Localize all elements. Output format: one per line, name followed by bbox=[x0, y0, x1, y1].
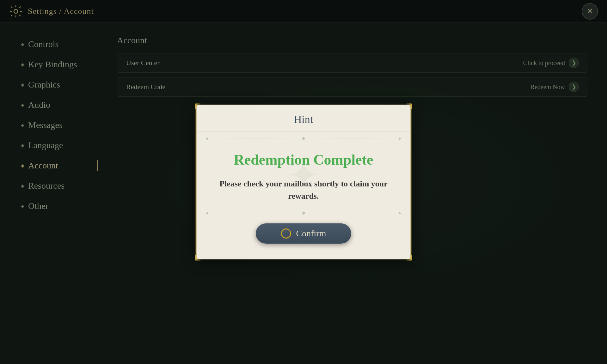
bottom-deco-line: ◂ ◆ ▸ bbox=[196, 205, 411, 220]
corner-br bbox=[401, 249, 412, 261]
redemption-title: Redemption Complete bbox=[215, 151, 392, 168]
confirm-circle-icon bbox=[281, 228, 291, 239]
deco-line-inner-4 bbox=[308, 213, 397, 213]
dialog-title: Hint bbox=[294, 113, 313, 125]
svg-point-7 bbox=[410, 258, 412, 260]
confirm-label: Confirm bbox=[296, 228, 326, 239]
confirm-button[interactable]: Confirm bbox=[256, 223, 352, 244]
modal-overlay: Hint ◂ ◆ ▸ ✦ Redemption Complete Please … bbox=[0, 0, 607, 364]
dialog-header: Hint bbox=[196, 105, 411, 131]
redemption-description: Please check your mailbox shortly to cla… bbox=[215, 178, 392, 202]
deco-diamond-icon-2: ◆ bbox=[302, 210, 305, 215]
dialog-body: ✦ Redemption Complete Please check your … bbox=[196, 145, 411, 205]
left-arrow-icon: ◂ bbox=[205, 135, 208, 141]
deco-line-inner-2 bbox=[308, 138, 397, 138]
hint-dialog: Hint ◂ ◆ ▸ ✦ Redemption Complete Please … bbox=[196, 105, 411, 259]
right-arrow-icon: ▸ bbox=[399, 135, 402, 141]
left-arrow-icon-2: ◂ bbox=[205, 210, 208, 216]
deco-diamond-icon: ◆ bbox=[302, 136, 305, 141]
deco-line-inner-3 bbox=[211, 213, 299, 213]
top-deco-line: ◂ ◆ ▸ bbox=[196, 131, 411, 145]
corner-bl bbox=[195, 249, 206, 261]
svg-point-5 bbox=[195, 258, 197, 260]
confirm-btn-wrap: Confirm bbox=[196, 220, 411, 244]
deco-line-inner bbox=[211, 138, 299, 138]
right-arrow-icon-2: ▸ bbox=[399, 210, 402, 216]
